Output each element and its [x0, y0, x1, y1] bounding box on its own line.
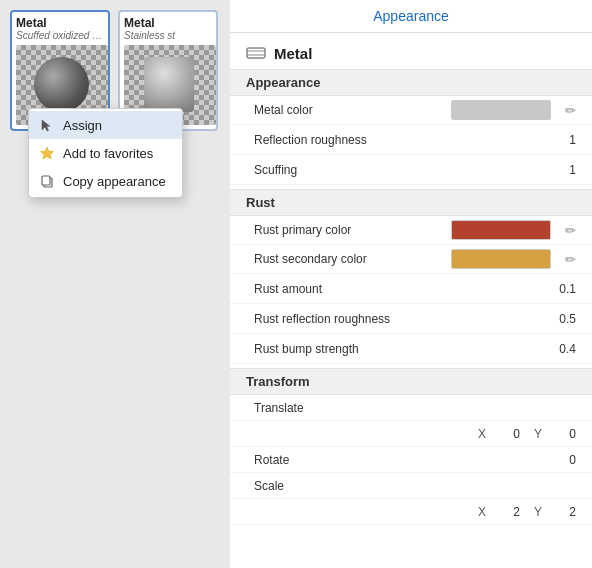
card-title-scuffed: Metal — [16, 16, 104, 30]
prop-label-metal-color: Metal color — [254, 103, 443, 117]
prop-label-rust-amount: Rust amount — [254, 282, 546, 296]
prop-value-rust-bump: 0.4 — [546, 342, 576, 356]
context-menu-assign-label: Assign — [63, 118, 102, 133]
rotate-value: 0 — [556, 453, 576, 467]
card-title-stainless: Metal — [124, 16, 212, 30]
section-main-title: Metal — [274, 45, 312, 62]
group-appearance-header: Appearance — [230, 69, 592, 96]
prop-label-rust-primary: Rust primary color — [254, 223, 443, 237]
edit-icon-rust-secondary[interactable]: ✏ — [565, 252, 576, 267]
prop-row-metal-color: Metal color ✏ — [230, 96, 592, 125]
color-swatch-metal[interactable] — [451, 100, 551, 120]
prop-label-rust-reflection: Rust reflection roughness — [254, 312, 546, 326]
translate-x-value: 0 — [500, 427, 520, 441]
prop-row-rust-primary: Rust primary color ✏ — [230, 216, 592, 245]
prop-row-rust-secondary: Rust secondary color ✏ — [230, 245, 592, 274]
svg-rect-3 — [247, 48, 265, 58]
translate-y-value: 0 — [556, 427, 576, 441]
group-rust: Rust Rust primary color ✏ Rust secondary… — [230, 189, 592, 364]
prop-row-rust-amount: Rust amount 0.1 — [230, 274, 592, 304]
transform-scale-xy: X 2 Y 2 — [478, 505, 576, 519]
group-transform-header: Transform — [230, 368, 592, 395]
svg-rect-2 — [42, 176, 50, 185]
section-title-row: Metal — [230, 33, 592, 69]
prop-row-rust-reflection: Rust reflection roughness 0.5 — [230, 304, 592, 334]
edit-icon-metal-color[interactable]: ✏ — [565, 103, 576, 118]
group-appearance: Appearance Metal color ✏ Reflection roug… — [230, 69, 592, 185]
copy-icon — [39, 173, 55, 189]
scale-x-value: 2 — [500, 505, 520, 519]
prop-row-rust-bump: Rust bump strength 0.4 — [230, 334, 592, 364]
star-icon — [39, 145, 55, 161]
context-menu-favorites-label: Add to favorites — [63, 146, 153, 161]
color-swatch-rust-primary[interactable] — [451, 220, 551, 240]
prop-label-scuffing: Scuffing — [254, 163, 546, 177]
color-swatch-rust-secondary[interactable] — [451, 249, 551, 269]
right-panel: Appearance Metal Appearance Metal color … — [230, 0, 592, 568]
transform-scale-label-row: Scale — [230, 473, 592, 499]
card-subtitle-stainless: Stainless st — [124, 30, 212, 41]
group-rust-header: Rust — [230, 189, 592, 216]
prop-row-scuffing: Scuffing 1 — [230, 155, 592, 185]
transform-scale-xy-row: X 2 Y 2 — [230, 499, 592, 525]
group-transform: Transform Translate X 0 Y 0 Rotate 0 Sca… — [230, 368, 592, 525]
transform-scale-label: Scale — [254, 479, 334, 493]
prop-value-rust-amount: 0.1 — [546, 282, 576, 296]
prop-value-scuffing: 1 — [546, 163, 576, 177]
translate-y-label: Y — [534, 427, 542, 441]
transform-translate-label-row: Translate — [230, 395, 592, 421]
panel-header: Appearance — [230, 0, 592, 33]
prop-label-rust-secondary: Rust secondary color — [254, 252, 443, 266]
left-panel: Metal Scuffed oxidized steel Metal Stain… — [0, 0, 230, 568]
context-menu-item-copy[interactable]: Copy appearance — [29, 167, 182, 195]
scale-x-label: X — [478, 505, 486, 519]
metal-icon — [246, 43, 266, 63]
prop-label-rust-bump: Rust bump strength — [254, 342, 546, 356]
cursor-icon — [39, 117, 55, 133]
transform-rotate-label: Rotate — [254, 453, 334, 467]
prop-row-reflection-roughness: Reflection roughness 1 — [230, 125, 592, 155]
svg-marker-0 — [41, 147, 54, 159]
edit-icon-rust-primary[interactable]: ✏ — [565, 223, 576, 238]
transform-translate-label: Translate — [254, 401, 334, 415]
scale-y-label: Y — [534, 505, 542, 519]
context-menu: Assign Add to favorites Copy appearance — [28, 108, 183, 198]
prop-label-reflection-roughness: Reflection roughness — [254, 133, 546, 147]
translate-x-label: X — [478, 427, 486, 441]
transform-rotate-row: Rotate 0 — [230, 447, 592, 473]
card-subtitle-scuffed: Scuffed oxidized steel — [16, 30, 104, 41]
transform-translate-xy-row: X 0 Y 0 — [230, 421, 592, 447]
prop-value-reflection-roughness: 1 — [546, 133, 576, 147]
transform-translate-xy: X 0 Y 0 — [478, 427, 576, 441]
context-menu-item-favorites[interactable]: Add to favorites — [29, 139, 182, 167]
prop-value-rust-reflection: 0.5 — [546, 312, 576, 326]
context-menu-copy-label: Copy appearance — [63, 174, 166, 189]
scale-y-value: 2 — [556, 505, 576, 519]
panel-title: Appearance — [373, 8, 449, 24]
context-menu-item-assign[interactable]: Assign — [29, 111, 182, 139]
